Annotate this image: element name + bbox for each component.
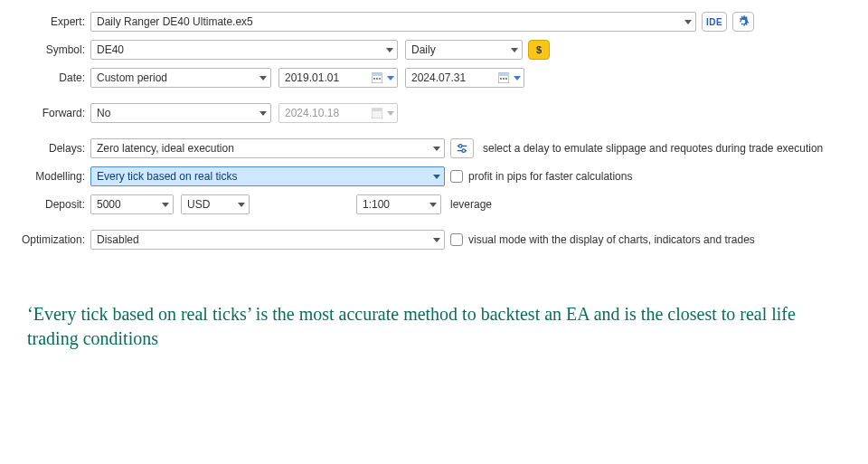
date-from-value: 2019.01.01	[285, 71, 339, 84]
pips-checkbox[interactable]	[450, 170, 463, 183]
forward-value: No	[97, 107, 110, 119]
pips-label: profit in pips for faster calculations	[468, 170, 632, 183]
modelling-label: Modelling:	[9, 170, 90, 183]
forward-select[interactable]: No	[90, 103, 271, 123]
calendar-icon	[372, 72, 382, 83]
deposit-amount-select[interactable]: 5000	[90, 194, 174, 214]
chevron-down-icon	[259, 71, 267, 84]
symbol-select[interactable]: DE40	[90, 40, 398, 60]
optimization-select[interactable]: Disabled	[90, 230, 445, 250]
svg-rect-1	[372, 73, 382, 76]
modelling-select[interactable]: Every tick based on real ticks	[90, 166, 445, 186]
svg-rect-6	[498, 73, 509, 76]
gear-icon	[737, 15, 750, 28]
forward-date-input: 2024.10.18	[278, 103, 398, 123]
chevron-down-icon	[433, 142, 440, 155]
deposit-currency-value: USD	[187, 198, 210, 211]
optimization-label: Optimization:	[9, 233, 90, 246]
symbol-label: Symbol:	[9, 43, 90, 56]
ide-button[interactable]: IDE	[702, 12, 727, 32]
expert-select[interactable]: Daily Ranger DE40 Ultimate.ex5	[90, 12, 696, 32]
date-to-input[interactable]: 2024.07.31	[405, 68, 524, 88]
leverage-value: 1:100	[363, 198, 390, 211]
svg-rect-7	[500, 78, 502, 80]
visual-checkbox[interactable]	[450, 233, 463, 246]
chevron-down-icon	[238, 198, 245, 211]
svg-rect-8	[503, 78, 505, 80]
timeframe-value: Daily	[411, 43, 436, 56]
chevron-down-icon	[684, 15, 692, 28]
svg-point-12	[459, 145, 463, 148]
delays-label: Delays:	[9, 142, 90, 155]
delays-desc: select a delay to emulate slippage and r…	[483, 142, 823, 155]
deposit-amount-value: 5000	[97, 198, 121, 211]
swap-button[interactable]	[450, 138, 474, 158]
chevron-down-icon	[514, 71, 521, 84]
expert-label: Expert:	[9, 15, 90, 28]
expert-value: Daily Ranger DE40 Ultimate.ex5	[97, 15, 253, 28]
forward-label: Forward:	[9, 107, 90, 119]
chevron-down-icon	[433, 170, 440, 183]
svg-rect-3	[376, 78, 378, 80]
modelling-value: Every tick based on real ticks	[97, 170, 237, 183]
chevron-down-icon	[162, 198, 169, 211]
chevron-down-icon	[511, 43, 518, 56]
chevron-down-icon	[387, 107, 394, 119]
date-period-select[interactable]: Custom period	[90, 68, 271, 88]
calendar-icon	[372, 108, 382, 118]
date-period-value: Custom period	[97, 71, 167, 84]
leverage-select[interactable]: 1:100	[356, 194, 441, 214]
svg-point-13	[462, 149, 466, 153]
chevron-down-icon	[386, 43, 393, 56]
calendar-icon	[498, 72, 509, 83]
svg-rect-9	[505, 78, 507, 80]
caption-text: ‘Every tick based on real ticks’ is the …	[0, 266, 832, 351]
forward-date-value: 2024.10.18	[285, 107, 339, 119]
leverage-label: leverage	[450, 198, 492, 211]
chevron-down-icon	[387, 71, 394, 84]
symbol-value: DE40	[97, 43, 124, 56]
deposit-label: Deposit:	[9, 198, 90, 211]
date-label: Date:	[9, 71, 90, 84]
svg-rect-11	[372, 109, 382, 111]
delays-select[interactable]: Zero latency, ideal execution	[90, 138, 445, 158]
chevron-down-icon	[259, 107, 267, 119]
settings-button[interactable]	[732, 12, 754, 32]
delays-value: Zero latency, ideal execution	[97, 142, 234, 155]
deposit-currency-select[interactable]: USD	[181, 194, 250, 214]
dollar-button[interactable]: $	[528, 40, 550, 60]
optimization-value: Disabled	[97, 233, 139, 246]
sliders-icon	[456, 142, 468, 155]
svg-rect-2	[373, 78, 375, 80]
svg-rect-4	[379, 78, 381, 80]
date-from-input[interactable]: 2019.01.01	[278, 68, 398, 88]
date-to-value: 2024.07.31	[411, 71, 466, 84]
timeframe-select[interactable]: Daily	[405, 40, 523, 60]
chevron-down-icon	[429, 198, 437, 211]
visual-label: visual mode with the display of charts, …	[468, 233, 755, 246]
chevron-down-icon	[433, 233, 440, 246]
